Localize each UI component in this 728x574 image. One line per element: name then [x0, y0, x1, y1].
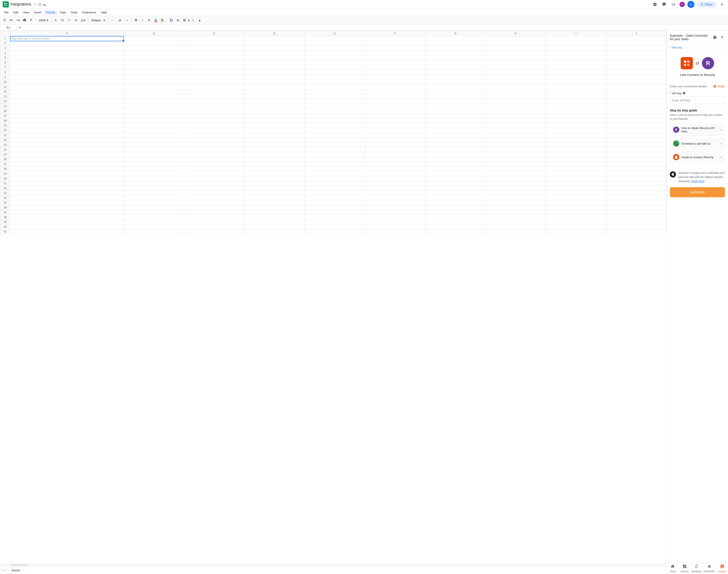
cell[interactable] — [305, 157, 365, 162]
cell[interactable] — [10, 99, 124, 104]
star-icon[interactable]: ☆ — [34, 2, 37, 6]
cell[interactable] — [546, 152, 606, 157]
cell[interactable] — [606, 36, 666, 41]
cell[interactable] — [244, 200, 305, 205]
sheet-container[interactable]: A B C D E F G H I J 1Type '@Emoji' to in… — [0, 31, 666, 564]
cell[interactable] — [124, 229, 184, 234]
cell[interactable] — [365, 220, 425, 224]
search-toolbar-button[interactable] — [2, 17, 8, 23]
cell[interactable] — [425, 186, 486, 191]
cell[interactable] — [305, 99, 365, 104]
cell[interactable] — [425, 99, 486, 104]
cell[interactable] — [124, 181, 184, 186]
cell[interactable] — [305, 60, 365, 65]
cell[interactable] — [365, 36, 425, 41]
cell[interactable] — [124, 75, 184, 80]
cell[interactable] — [184, 46, 244, 51]
increase-decimal-button[interactable]: .00 — [72, 17, 79, 23]
cell[interactable] — [244, 152, 305, 157]
cell[interactable] — [184, 200, 244, 205]
cell[interactable] — [244, 128, 305, 133]
cell[interactable] — [425, 196, 486, 200]
cell[interactable] — [606, 128, 666, 133]
cell[interactable] — [486, 109, 546, 114]
cell[interactable] — [546, 104, 606, 109]
cell[interactable] — [606, 55, 666, 60]
cell[interactable] — [184, 123, 244, 128]
cell[interactable] — [606, 186, 666, 191]
cell[interactable] — [305, 196, 365, 200]
cell[interactable] — [305, 70, 365, 75]
cell[interactable] — [124, 147, 184, 152]
decrease-font-button[interactable]: − — [110, 17, 116, 23]
menu-file[interactable]: File — [2, 10, 11, 15]
cell[interactable] — [365, 133, 425, 137]
cell[interactable] — [425, 210, 486, 215]
cell[interactable] — [546, 65, 606, 70]
cell[interactable] — [10, 152, 124, 157]
cell[interactable] — [124, 191, 184, 196]
redo-button[interactable] — [15, 17, 21, 23]
cell[interactable] — [606, 114, 666, 118]
cell[interactable] — [10, 196, 124, 200]
cell[interactable] — [486, 196, 546, 200]
cell[interactable] — [546, 142, 606, 147]
cell[interactable] — [365, 84, 425, 89]
bottom-nav-queries[interactable]: Queries — [679, 562, 690, 574]
font-selector[interactable]: Default...▾ — [90, 17, 107, 23]
api-key-input[interactable] — [670, 96, 725, 104]
cell[interactable] — [486, 65, 546, 70]
guide-item-schedule-call[interactable]: 📞 Schedule a call with us › — [670, 137, 725, 150]
cell[interactable] — [606, 41, 666, 46]
cell[interactable] — [244, 162, 305, 167]
cell[interactable] — [546, 210, 606, 215]
cell[interactable] — [305, 215, 365, 220]
cell[interactable] — [365, 80, 425, 84]
cell[interactable] — [425, 80, 486, 84]
cell[interactable] — [305, 46, 365, 51]
cell[interactable] — [124, 196, 184, 200]
cell[interactable] — [305, 171, 365, 176]
cell[interactable] — [10, 229, 124, 234]
collapse-toolbar-button[interactable]: ▲ — [197, 17, 203, 23]
cell[interactable] — [425, 70, 486, 75]
cell[interactable] — [425, 41, 486, 46]
cell[interactable] — [10, 137, 124, 142]
cell[interactable] — [10, 128, 124, 133]
user-avatar[interactable]: S — [687, 1, 694, 8]
cell[interactable] — [124, 157, 184, 162]
cell[interactable] — [425, 224, 486, 229]
cell[interactable] — [546, 80, 606, 84]
cell[interactable] — [606, 205, 666, 210]
cell[interactable] — [10, 51, 124, 55]
cell[interactable] — [486, 84, 546, 89]
cell[interactable] — [184, 196, 244, 200]
italic-button[interactable]: I — [139, 17, 146, 23]
history-icon[interactable]: ⊙ — [38, 2, 41, 7]
cell[interactable] — [365, 70, 425, 75]
cell[interactable] — [10, 220, 124, 224]
cell[interactable] — [184, 152, 244, 157]
cell[interactable] — [244, 176, 305, 181]
cell[interactable] — [425, 60, 486, 65]
meet-button[interactable] — [670, 1, 677, 8]
borders-button[interactable] — [168, 17, 174, 23]
cell[interactable] — [486, 210, 546, 215]
cell[interactable] — [486, 46, 546, 51]
cell[interactable] — [184, 147, 244, 152]
cell[interactable] — [244, 84, 305, 89]
cell[interactable] — [124, 167, 184, 171]
cell[interactable] — [244, 60, 305, 65]
cell[interactable] — [184, 157, 244, 162]
cell[interactable] — [546, 41, 606, 46]
cell[interactable] — [486, 75, 546, 80]
cell[interactable] — [184, 41, 244, 46]
cell[interactable] — [486, 60, 546, 65]
cell[interactable] — [244, 46, 305, 51]
cell[interactable] — [546, 157, 606, 162]
cell[interactable] — [606, 70, 666, 75]
decrease-decimal-button[interactable]: .0 — [66, 17, 72, 23]
menu-data[interactable]: Data — [58, 10, 68, 15]
cell[interactable] — [546, 147, 606, 152]
cell[interactable] — [244, 220, 305, 224]
